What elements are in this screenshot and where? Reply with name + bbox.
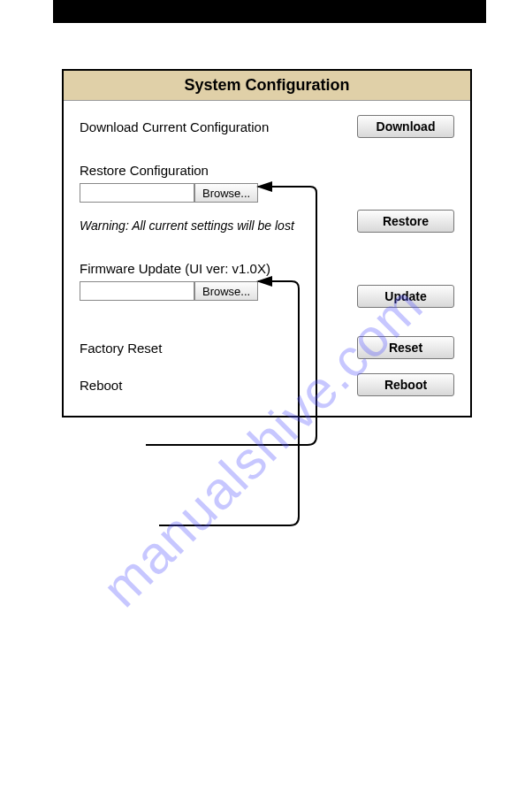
firmware-browse-button[interactable]: Browse... — [194, 281, 258, 301]
firmware-file-input[interactable] — [80, 281, 194, 301]
download-label: Download Current Configuration — [80, 119, 357, 134]
download-button[interactable]: Download — [357, 115, 454, 138]
firmware-label: Firmware Update (UI ver: v1.0X) — [80, 261, 454, 276]
panel-title: System Configuration — [64, 71, 470, 101]
restore-label: Restore Configuration — [80, 163, 454, 178]
restore-browse-button[interactable]: Browse... — [194, 183, 258, 203]
reboot-row: Reboot Reboot — [80, 373, 454, 396]
firmware-section: Firmware Update (UI ver: v1.0X) Browse..… — [80, 261, 454, 308]
factory-reset-label: Factory Reset — [80, 341, 357, 356]
top-bar — [53, 0, 486, 23]
restore-section: Restore Configuration Browse... Warning:… — [80, 163, 454, 233]
restore-button[interactable]: Restore — [357, 210, 454, 233]
reset-button[interactable]: Reset — [357, 336, 454, 359]
reboot-label: Reboot — [80, 378, 357, 393]
download-row: Download Current Configuration Download — [80, 115, 454, 138]
reboot-button[interactable]: Reboot — [357, 373, 454, 396]
factory-reset-row: Factory Reset Reset — [80, 336, 454, 359]
update-button[interactable]: Update — [357, 285, 454, 308]
restore-file-input[interactable] — [80, 183, 194, 203]
restore-warning: Warning: All current settings will be lo… — [80, 218, 357, 233]
system-config-panel: System Configuration Download Current Co… — [62, 69, 472, 417]
